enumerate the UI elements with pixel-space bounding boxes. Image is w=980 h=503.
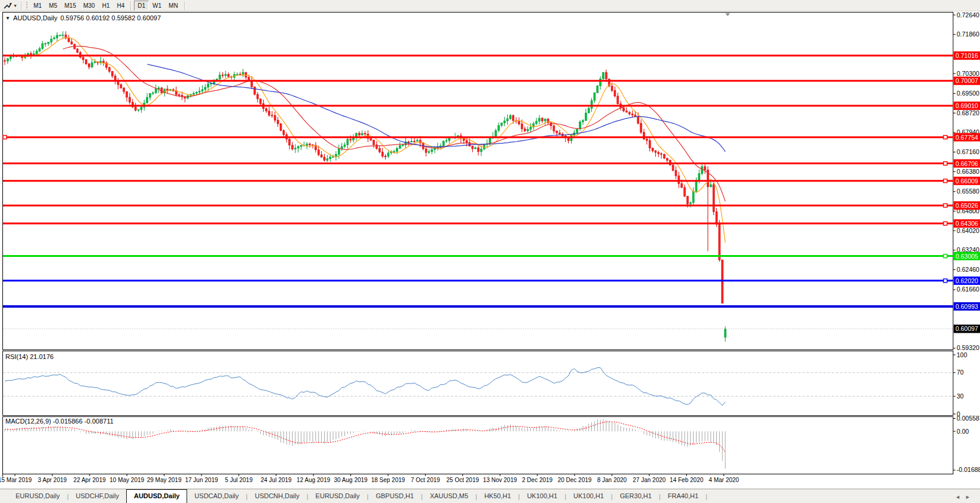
macd-panel[interactable] [3,417,954,474]
date-tick-label: 17 Jun 2019 [185,477,218,483]
price-tick-label: 0.69500 [957,90,979,97]
timeframe-button-w1[interactable]: W1 [149,1,165,11]
chart-tool-icon[interactable] [2,1,13,10]
toolbar-separator [130,1,132,10]
level-price-label-text: 0.62020 [955,277,978,284]
timeframe-button-m15[interactable]: M15 [61,1,80,11]
date-tick-label: 13 Nov 2019 [483,477,517,483]
chart-tab-usdchf-daily[interactable]: USDCHF,Daily [69,490,126,503]
level-price-label-text: 0.64306 [955,220,978,227]
date-tick-label: 10 May 2019 [109,477,144,483]
level-price-label-text: 0.71016 [955,52,978,59]
toolbar: ▼ M1M5M15M30H1H4D1W1MN [0,0,980,11]
chart-tab-gbpusd-h1[interactable]: GBPUSD,H1 [368,490,421,503]
level-drag-handle[interactable] [944,222,947,225]
date-tick-label: 24 Jul 2019 [261,477,292,483]
chart-ohlc-values: 0.59756 0.60192 0.59582 0.60097 [60,14,161,22]
level-price-label-text: 0.67754 [955,134,978,141]
date-tick-label: 12 Aug 2019 [297,477,331,483]
level-drag-handle[interactable] [944,179,947,183]
level-price-label-text: 0.63005 [955,253,978,260]
level-drag-handle[interactable] [944,136,947,139]
price-tick-label: 0.62460 [957,266,979,273]
rsi-panel[interactable] [3,351,954,416]
macd-indicator-label: MACD(12,26,9) -0.015866 -0.008711 [5,418,114,425]
price-tick-label: 0.70300 [957,70,979,77]
chart-tab-uk100-h1[interactable]: UK100,H1 [566,490,611,503]
timeframe-button-m30[interactable]: M30 [80,1,98,11]
chart-tab-fra40-h1[interactable]: FRA40,H1 [661,490,706,503]
timeframe-button-d1[interactable]: D1 [134,1,149,11]
current-price-label-text: 0.60097 [955,325,978,332]
chart-tab-xauusd-m5[interactable]: XAUUSD,M5 [423,490,475,503]
price-tick-label: 0.64020 [957,227,979,234]
level-price-label-text: 0.65026 [955,202,978,209]
level-drag-handle[interactable] [3,136,7,139]
date-tick-label: 29 May 2019 [147,477,182,483]
tab-scroll-arrows[interactable]: ◄► [955,494,975,500]
collapse-caret-icon[interactable]: ▼ [5,16,10,21]
toolbar-separator [21,1,22,10]
date-tick-label: 5 Jul 2019 [225,477,253,483]
level-price-label-text: 0.66706 [955,160,978,167]
level-drag-handle[interactable] [944,279,947,283]
rsi-tick-label: 30 [957,392,964,400]
toolbar-dropdown-caret-icon[interactable]: ▼ [13,4,17,8]
level-drag-handle[interactable] [944,204,947,207]
price-tick-label: 0.71860 [957,30,979,38]
date-tick-label: 8 Jan 2020 [597,477,627,483]
chart-tab-uk100-h1[interactable]: UK100,H1 [520,490,564,503]
chart-tab-ger30-h1[interactable]: GER30,H1 [613,490,659,503]
rsi-tick-label: 70 [957,369,964,376]
date-tick-label: 27 Jan 2020 [633,477,665,483]
date-tick-label: 15 Mar 2019 [0,477,32,483]
chart-canvas[interactable]: 0.726400.718600.703000.695000.687200.679… [0,0,980,489]
macd-tick-label: 0.005587 [957,415,980,422]
chart-title: ▼ AUDUSD,Daily 0.59756 0.60192 0.59582 0… [5,14,161,22]
price-tick-label: 0.68720 [957,109,979,116]
date-tick-label: 7 Oct 2019 [411,477,440,483]
macd-tick-label: -0.016887 [957,466,980,473]
chart-tab-audusd-daily[interactable]: AUDUSD,Daily [126,489,187,503]
timeframe-button-h4[interactable]: H4 [113,1,128,11]
timeframe-button-m1[interactable]: M1 [30,1,45,11]
toolbar-grip-handle[interactable] [26,2,28,10]
tab-separator: | [706,490,707,503]
rsi-indicator-label: RSI(14) 21.0176 [5,353,54,360]
level-price-label-text: 0.66009 [955,177,978,185]
date-tick-label: 30 Aug 2019 [334,477,368,483]
timeframe-button-mn[interactable]: MN [165,1,182,11]
level-price-label-text: 0.70007 [955,77,978,84]
date-tick-label: 18 Sep 2019 [371,477,405,483]
date-tick-label: 22 Apr 2019 [74,477,106,483]
date-tick-label: 14 Feb 2020 [670,477,704,483]
macd-tick-label: 0.00 [957,428,969,435]
date-tick-label: 20 Dec 2019 [558,477,592,483]
tab-scroll-left-icon: ◄ [955,494,965,500]
date-tick-label: 3 Apr 2019 [38,477,67,483]
date-tick-label: 25 Oct 2019 [447,477,480,483]
chart-tab-eurusd-daily[interactable]: EURUSD,Daily [309,490,367,503]
date-tick-label: 4 Mar 2020 [709,477,739,483]
timeframe-button-m5[interactable]: M5 [45,1,61,11]
price-tick-label: 0.61660 [957,286,979,293]
price-tick-label: 0.66380 [957,168,979,175]
price-tick-label: 0.67160 [957,148,979,155]
timeframe-button-h1[interactable]: H1 [99,1,114,11]
level-drag-handle[interactable] [944,162,947,165]
price-tick-label: 0.65580 [957,188,979,195]
chart-tab-eurusd-daily[interactable]: EURUSD,Daily [8,490,67,503]
tab-scroll-right-icon: ► [965,494,975,500]
rsi-tick-label: 100 [957,351,967,358]
price-tick-label: 0.72640 [957,11,979,19]
level-drag-handle[interactable] [944,254,947,258]
chart-tab-bar: EURUSD,Daily|USDCHF,DailyAUDUSD,DailyUSD… [0,489,980,503]
chart-tab-usdcad-daily[interactable]: USDCAD,Daily [187,490,246,503]
toolbar-separator [184,1,185,10]
level-price-label-text: 0.69010 [955,102,978,109]
chart-tab-hk50-h1[interactable]: HK50,H1 [477,490,518,503]
date-tick-label: 2 Dec 2019 [522,477,553,483]
chart-tab-usdcnh-daily[interactable]: USDCNH,Daily [248,490,307,503]
chart-symbol-label: AUDUSD,Daily [13,14,57,22]
level-price-label-text: 0.60993 [955,303,978,310]
